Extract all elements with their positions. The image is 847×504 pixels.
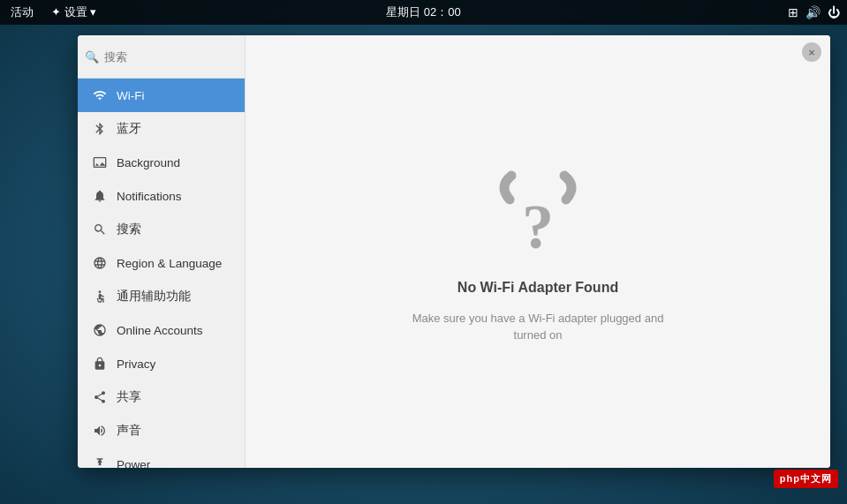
sidebar-label-notifications: Notifications xyxy=(117,190,182,203)
php-watermark: php中文网 xyxy=(774,470,838,488)
sidebar-item-privacy[interactable]: Privacy xyxy=(78,347,245,380)
background-icon xyxy=(92,154,108,170)
wifi-question-graphic: ? xyxy=(485,160,591,266)
region-icon xyxy=(92,255,108,271)
sidebar-item-notifications[interactable]: Notifications xyxy=(78,179,245,213)
sidebar: 🔍 设置 Wi-Fi 蓝牙 xyxy=(78,35,246,468)
bluetooth-icon xyxy=(92,121,108,137)
settings-window: 🔍 设置 Wi-Fi 蓝牙 xyxy=(78,35,830,468)
sidebar-item-background[interactable]: Background xyxy=(78,146,245,179)
power-icon[interactable]: ⏻ xyxy=(828,5,840,19)
volume-icon[interactable]: 🔊 xyxy=(805,5,821,19)
activities-button[interactable]: 活动 xyxy=(7,3,37,22)
wifi-placeholder: ? No Wi-Fi Adapter Found Make sure you h… xyxy=(405,160,670,344)
settings-menu-button[interactable]: ✦ 设置 ▾ xyxy=(48,3,100,22)
wifi-icon xyxy=(92,87,108,103)
sidebar-label-online-accounts: Online Accounts xyxy=(117,324,203,337)
sound-icon xyxy=(92,423,108,439)
notifications-icon xyxy=(92,188,108,204)
sidebar-item-wifi[interactable]: Wi-Fi xyxy=(78,79,245,112)
window-body: 🔍 设置 Wi-Fi 蓝牙 xyxy=(78,35,830,468)
sidebar-item-region[interactable]: Region & Language xyxy=(78,246,245,280)
network-icon[interactable]: ⊞ xyxy=(788,5,798,19)
privacy-icon xyxy=(92,356,108,372)
sidebar-item-accessibility[interactable]: 通用辅助功能 xyxy=(78,280,245,313)
topbar: 活动 ✦ 设置 ▾ 星期日 02：00 ⊞ 🔊 ⏻ xyxy=(0,0,847,25)
sidebar-label-bluetooth: 蓝牙 xyxy=(117,121,141,137)
no-wifi-title: No Wi-Fi Adapter Found xyxy=(458,280,618,296)
search-icon: 🔍 xyxy=(85,50,99,64)
sidebar-label-background: Background xyxy=(117,156,180,169)
svg-text:?: ? xyxy=(522,192,554,262)
topbar-right: ⊞ 🔊 ⏻ xyxy=(788,5,840,19)
svg-point-0 xyxy=(99,290,102,293)
accessibility-icon xyxy=(92,289,108,305)
sidebar-item-search[interactable]: 搜索 xyxy=(78,213,245,246)
topbar-datetime: 星期日 02：00 xyxy=(386,4,461,20)
search-input[interactable] xyxy=(104,50,246,64)
sidebar-item-bluetooth[interactable]: 蓝牙 xyxy=(78,112,245,146)
no-wifi-subtitle: Make sure you have a Wi-Fi adapter plugg… xyxy=(405,310,670,344)
sidebar-label-wifi: Wi-Fi xyxy=(117,89,144,102)
sidebar-label-power: Power xyxy=(117,458,150,469)
sidebar-label-search: 搜索 xyxy=(117,222,141,237)
sidebar-label-privacy: Privacy xyxy=(117,357,155,371)
sidebar-item-power[interactable]: Power xyxy=(78,448,245,468)
search-bar[interactable]: 🔍 设置 xyxy=(78,35,245,79)
sidebar-label-sound: 声音 xyxy=(117,423,141,439)
sidebar-label-sharing: 共享 xyxy=(117,389,141,405)
close-button[interactable]: × xyxy=(802,42,821,62)
topbar-left: 活动 ✦ 设置 ▾ xyxy=(7,3,100,22)
sidebar-search-icon xyxy=(92,222,108,237)
main-content: × ? No Wi-Fi Adapter xyxy=(246,35,830,468)
sidebar-item-online-accounts[interactable]: Online Accounts xyxy=(78,313,245,347)
sidebar-label-accessibility: 通用辅助功能 xyxy=(117,289,191,305)
online-accounts-icon xyxy=(92,322,108,338)
sharing-icon xyxy=(92,389,108,405)
sidebar-label-region: Region & Language xyxy=(117,257,222,270)
sidebar-item-sound[interactable]: 声音 xyxy=(78,414,245,448)
sidebar-item-sharing[interactable]: 共享 xyxy=(78,380,245,414)
power-settings-icon xyxy=(92,456,108,468)
desktop: 活动 ✦ 设置 ▾ 星期日 02：00 ⊞ 🔊 ⏻ 🔍 设置 xyxy=(0,0,847,504)
